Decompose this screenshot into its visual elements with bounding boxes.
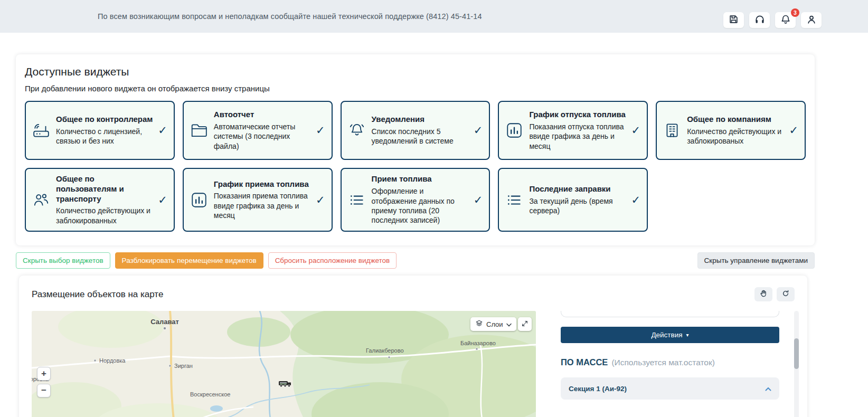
widget-desc: Количество действующих и заблокированных — [56, 206, 154, 225]
map-card-body: Салават Нордовка Зирган Галиакберово Бай… — [19, 311, 807, 417]
map-label-galiakberovo: Галиакберово — [366, 347, 404, 354]
widgets-panel: Доступные виджеты При добавлении нового … — [16, 54, 815, 245]
widgets-panel-subtitle: При добавлении нового виджета он отображ… — [25, 84, 806, 93]
check-icon: ✓ — [316, 124, 325, 137]
widget-card-fuel-dispense-chart[interactable]: График отпуска топлива Показания отпуска… — [498, 101, 648, 160]
map-placement-card: Размещение объектов на карте — [19, 276, 807, 417]
widget-title: Уведомления — [372, 115, 469, 125]
map-label-nordovka: Нордовка — [99, 357, 126, 364]
profile-button[interactable] — [801, 12, 822, 28]
widgets-panel-title: Доступные виджеты — [25, 65, 806, 78]
pan-mode-button[interactable] — [754, 287, 772, 301]
widget-desc: За текущий день (время сервера) — [529, 196, 627, 216]
zoom-out-button[interactable]: − — [37, 384, 51, 397]
folder-icon — [190, 121, 208, 139]
bell-icon — [780, 14, 791, 26]
map-card-header: Размещение объектов на карте — [19, 276, 807, 311]
check-icon: ✓ — [474, 124, 483, 137]
reset-widget-layout-button[interactable]: Сбросить расположение виджетов — [268, 252, 397, 269]
section-header-ai92[interactable]: Секция 1 (Аи-92) — [561, 377, 779, 400]
check-icon: ✓ — [631, 194, 641, 206]
actions-dropdown-button[interactable]: Действия ▾ — [561, 327, 779, 343]
check-icon: ✓ — [158, 194, 167, 206]
actions-button-label: Действия — [651, 331, 682, 339]
bell-icon — [348, 121, 366, 139]
widget-controls-row: Скрыть выбор виджетов Разблокировать пер… — [16, 252, 815, 269]
panel-input-partial[interactable] — [561, 311, 779, 317]
widget-card-fuel-intake[interactable]: Прием топлива Оформление и отображение д… — [341, 168, 490, 232]
layers-button[interactable]: Слои — [470, 317, 516, 331]
unlock-widget-move-button[interactable]: Разблокировать перемещение виджетов — [115, 252, 263, 269]
check-icon: ✓ — [474, 194, 483, 206]
widget-title: Общее по пользователям и транспорту — [56, 174, 154, 204]
hide-widget-management-button[interactable]: Скрыть управление виджетами — [697, 252, 815, 269]
refresh-icon — [781, 289, 790, 299]
map[interactable]: Салават Нордовка Зирган Галиакберово Бай… — [32, 311, 536, 417]
map-label-voskresenskoe: Воскресенское — [190, 391, 230, 397]
topbar-actions: 3 — [723, 12, 822, 28]
check-icon: ✓ — [789, 124, 798, 137]
save-button[interactable] — [723, 12, 744, 28]
widget-title: Общее по контроллерам — [56, 115, 154, 125]
chevron-down-icon — [506, 320, 512, 328]
topbar: По всем возникающим вопросам и неполадка… — [0, 0, 868, 33]
zoom-in-button[interactable]: + — [37, 367, 51, 381]
router-icon — [32, 121, 50, 139]
map-label-baynazarovo: Байназарово — [460, 340, 496, 346]
widget-card-autoreport[interactable]: Автоотчет Автоматические отчеты системы … — [183, 101, 333, 160]
map-side-panel: Действия ▾ ПО МАССЕ (Используется мат.ос… — [561, 311, 779, 417]
check-icon: ✓ — [158, 124, 167, 137]
headphones-icon — [754, 14, 765, 26]
widget-title: Прием топлива — [372, 174, 469, 184]
widget-card-controllers[interactable]: Общее по контроллерам Количество с лицен… — [25, 101, 175, 160]
widget-title: График приема топлива — [214, 179, 312, 189]
panel-scrollbar[interactable] — [794, 311, 799, 417]
scrollbar-thumb[interactable] — [794, 338, 799, 369]
building-icon — [663, 121, 681, 139]
check-icon: ✓ — [316, 194, 325, 206]
mass-heading-row: ПО МАССЕ (Используется мат.остаток) — [561, 357, 779, 367]
widget-card-users-transport[interactable]: Общее по пользователям и транспорту Коли… — [25, 168, 175, 232]
mass-heading: ПО МАССЕ — [561, 357, 608, 367]
hand-icon — [759, 289, 768, 299]
layers-icon — [475, 319, 483, 329]
layers-button-label: Слои — [486, 320, 503, 328]
chart-icon — [505, 121, 523, 139]
widget-desc: Показания отпуска топлива ввиде графика … — [529, 122, 627, 151]
widget-desc: Список последних 5 уведомлений в системе — [372, 127, 469, 146]
chevron-up-icon — [765, 384, 771, 393]
widget-title: Последние заправки — [529, 184, 627, 194]
page-content: Доступные виджеты При добавлении нового … — [0, 54, 868, 417]
mass-note: (Используется мат.остаток) — [611, 358, 715, 367]
screen: По всем возникающим вопросам и неполадка… — [0, 0, 868, 417]
list-icon — [348, 191, 366, 209]
hide-widget-select-button[interactable]: Скрыть выбор виджетов — [16, 252, 110, 269]
widget-title: График отпуска топлива — [529, 110, 627, 120]
widget-desc: Автоматические отчеты системы (3 последн… — [214, 122, 312, 151]
map-label-zirgan: Зирган — [174, 363, 193, 369]
notifications-button[interactable]: 3 — [775, 12, 796, 28]
widget-desc: Количество действующих и заблокированых — [687, 127, 785, 146]
widget-title: Автоотчет — [214, 110, 312, 120]
map-label-salavat: Салават — [150, 318, 179, 326]
widget-desc: Показания приема топлива ввиде графика з… — [214, 191, 312, 220]
support-text: По всем возникающим вопросам и неполадка… — [98, 12, 482, 21]
check-icon: ✓ — [631, 124, 641, 137]
map-card-title: Размещение объектов на карте — [32, 289, 163, 300]
widget-card-last-refuels[interactable]: Последние заправки За текущий день (врем… — [498, 168, 648, 232]
map-card-tools — [754, 287, 795, 301]
users-icon — [32, 191, 50, 209]
widget-card-fuel-intake-chart[interactable]: График приема топлива Показания приема т… — [183, 168, 333, 232]
refresh-button[interactable] — [777, 287, 795, 301]
caret-down-icon: ▾ — [686, 333, 689, 338]
list-icon — [505, 191, 523, 209]
widget-desc: Оформление и отображение данных по прием… — [372, 186, 469, 225]
notification-badge: 3 — [791, 8, 799, 17]
widget-card-notifications[interactable]: Уведомления Список последних 5 уведомлен… — [341, 101, 490, 160]
widget-card-companies[interactable]: Общее по компаниям Количество действующи… — [656, 101, 806, 160]
widget-title: Общее по компаниям — [687, 115, 785, 125]
fullscreen-button[interactable] — [518, 317, 532, 331]
widgets-grid: Общее по контроллерам Количество с лицен… — [25, 101, 806, 232]
support-button[interactable] — [749, 12, 770, 28]
chart-icon — [190, 191, 208, 209]
